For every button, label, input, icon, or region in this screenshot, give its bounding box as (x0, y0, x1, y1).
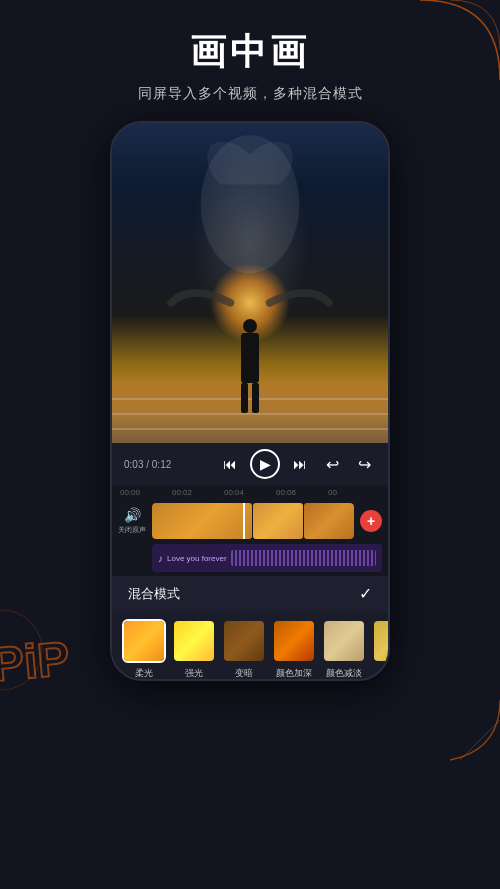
current-time: 0:03 (124, 459, 143, 470)
phone-mockup: 0:03 / 0:12 ⏮ ▶ ⏭ ↩ ↪ 00:00 00:02 00:04 … (110, 121, 390, 681)
person-leg-right (252, 383, 259, 413)
filter-item-dark[interactable]: 变暗 (222, 619, 266, 680)
pip-decor-text: PiP (0, 631, 72, 693)
filter-img-soft (124, 621, 164, 661)
skip-back-button[interactable]: ⏮ (218, 452, 242, 476)
filter-img-lighten (324, 621, 364, 661)
filter-name-soft: 柔光 (135, 667, 153, 680)
filter-name-strong: 强光 (185, 667, 203, 680)
playback-controls-bar: 0:03 / 0:12 ⏮ ▶ ⏭ ↩ ↪ (112, 443, 388, 485)
track-segment-1 (152, 503, 252, 539)
mute-label: 关闭原声 (118, 525, 146, 535)
track-segment-3 (304, 503, 354, 539)
redo-button[interactable]: ↪ (352, 452, 376, 476)
filter-item-change[interactable]: 变亮 (372, 619, 388, 680)
audio-title-label: Love you forever (167, 554, 227, 563)
person-silhouette (241, 319, 259, 413)
filter-thumb-soft (122, 619, 166, 663)
mode-selector[interactable]: 混合模式 ✓ (112, 576, 388, 611)
timeline-area: 00:00 00:02 00:04 00:06 00 🔊 关闭原声 (112, 485, 388, 576)
filter-img-deepen (274, 621, 314, 661)
ruler-mark-0: 00:00 (120, 488, 172, 497)
wave-line-3 (112, 428, 388, 430)
filter-item-soft[interactable]: 柔光 (122, 619, 166, 680)
playback-buttons: ⏮ ▶ ⏭ ↩ ↪ (218, 449, 376, 479)
skip-forward-button[interactable]: ⏭ (288, 452, 312, 476)
filter-item-deepen[interactable]: 颜色加深 (272, 619, 316, 680)
person-legs (241, 383, 259, 413)
music-note-icon: ♪ (158, 553, 163, 564)
filter-thumb-strong (172, 619, 216, 663)
page-title: 画中画 (190, 28, 310, 77)
add-clip-button[interactable]: + (360, 510, 382, 532)
video-preview (112, 123, 388, 443)
ruler-mark-3: 00:06 (276, 488, 328, 497)
check-icon: ✓ (359, 584, 372, 603)
filter-item-strong[interactable]: 强光 (172, 619, 216, 680)
audio-track-row: ♪ Love you forever (112, 542, 388, 576)
filter-item-lighten[interactable]: 颜色减淡 (322, 619, 366, 680)
filter-thumb-dark (222, 619, 266, 663)
filter-name-lighten: 颜色减淡 (326, 667, 362, 680)
track-segment-2 (253, 503, 303, 539)
page-subtitle: 同屏导入多个视频，多种混合模式 (138, 85, 363, 103)
filter-img-dark (224, 621, 264, 661)
video-track-row: 🔊 关闭原声 + (112, 500, 388, 542)
filter-img-change (374, 621, 388, 661)
filter-thumb-deepen (272, 619, 316, 663)
video-track[interactable] (152, 503, 354, 539)
person-body (241, 333, 259, 383)
filter-name-deepen: 颜色加深 (276, 667, 312, 680)
mute-icon-group[interactable]: 🔊 关闭原声 (118, 507, 146, 535)
ruler-mark-2: 00:04 (224, 488, 276, 497)
speaker-icon: 🔊 (124, 507, 141, 523)
filter-img-strong (174, 621, 214, 661)
audio-track[interactable]: ♪ Love you forever (152, 544, 382, 572)
filter-row: 柔光 强光 变暗 颜色加深 (112, 611, 388, 681)
filter-thumb-lighten (322, 619, 366, 663)
play-button[interactable]: ▶ (250, 449, 280, 479)
filter-name-change: 变亮 (385, 667, 388, 680)
ruler-mark-1: 00:02 (172, 488, 224, 497)
total-time: 0:12 (152, 459, 171, 470)
person-head (243, 319, 257, 333)
audio-waveform (231, 550, 376, 566)
timeline-ruler: 00:00 00:02 00:04 00:06 00 (112, 485, 388, 500)
person-leg-left (241, 383, 248, 413)
undo-button[interactable]: ↩ (320, 452, 344, 476)
mode-label: 混合模式 (128, 585, 180, 603)
filter-name-dark: 变暗 (235, 667, 253, 680)
time-display: 0:03 / 0:12 (124, 459, 171, 470)
ruler-mark-4: 00 (328, 488, 380, 497)
filter-thumb-change (372, 619, 388, 663)
wave-line-2 (112, 413, 388, 415)
